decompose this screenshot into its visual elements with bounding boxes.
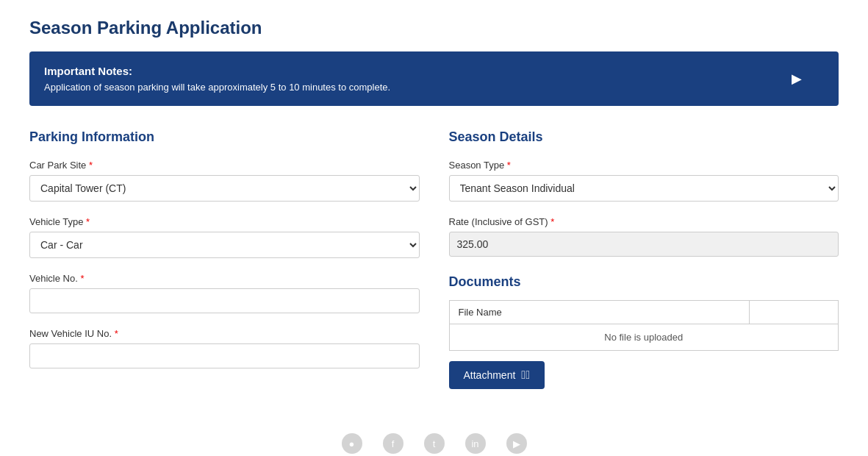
car-park-site-field: Car Park Site * Capital Tower (CT) Other… xyxy=(29,160,420,202)
banner-heading: Important Notes: xyxy=(44,65,390,77)
documents-section: Documents File Name No file is uploaded xyxy=(449,274,839,389)
new-vehicle-iu-label: New Vehicle IU No. * xyxy=(29,328,420,339)
file-name-column-header: File Name xyxy=(449,301,749,324)
footer-social-icons: ● f t in ▶ xyxy=(29,433,839,454)
season-details-section: Season Details Season Type * Tenant Seas… xyxy=(449,129,839,389)
car-park-site-select[interactable]: Capital Tower (CT) Other Site xyxy=(29,175,420,202)
attachment-label: Attachment xyxy=(464,369,516,381)
banner-content: Important Notes: Application of season p… xyxy=(44,65,390,93)
vehicle-type-select[interactable]: Car - Car Motorcycle Van xyxy=(29,232,420,258)
banner-expand-icon[interactable]: ▶ xyxy=(792,71,802,87)
vehicle-no-input[interactable] xyxy=(29,288,420,313)
parking-information-section: Parking Information Car Park Site * Capi… xyxy=(29,129,420,389)
season-type-label: Season Type * xyxy=(449,160,839,171)
page-title: Season Parking Application xyxy=(29,18,839,38)
attachment-button[interactable]: Attachment ⬆⃝ xyxy=(449,361,545,389)
parking-info-title: Parking Information xyxy=(29,129,420,145)
new-vehicle-iu-field: New Vehicle IU No. * xyxy=(29,328,420,368)
upload-icon: ⬆⃝ xyxy=(521,368,530,382)
vehicle-type-label: Vehicle Type * xyxy=(29,216,420,227)
vehicle-no-label: Vehicle No. * xyxy=(29,273,420,284)
vehicle-no-field: Vehicle No. * xyxy=(29,273,420,313)
important-notes-banner: Important Notes: Application of season p… xyxy=(29,51,839,106)
car-park-site-label: Car Park Site * xyxy=(29,160,420,171)
linkedin-icon: in xyxy=(465,433,486,454)
table-row: No file is uploaded xyxy=(449,324,839,351)
table-header-row: File Name xyxy=(449,301,839,324)
instagram-icon: ● xyxy=(342,433,362,454)
rate-field: Rate (Inclusive of GST) * 325.00 xyxy=(449,216,839,257)
banner-body: Application of season parking will take … xyxy=(44,82,390,93)
new-vehicle-iu-input[interactable] xyxy=(29,343,420,368)
documents-title: Documents xyxy=(449,274,839,290)
twitter-icon: t xyxy=(424,433,445,454)
vehicle-type-field: Vehicle Type * Car - Car Motorcycle Van xyxy=(29,216,420,258)
action-column-header xyxy=(749,301,838,324)
documents-table: File Name No file is uploaded xyxy=(449,300,839,351)
season-type-select[interactable]: Tenant Season Individual Monthly Annual xyxy=(449,175,839,202)
season-details-title: Season Details xyxy=(449,129,839,145)
rate-label: Rate (Inclusive of GST) * xyxy=(449,216,839,227)
rate-value: 325.00 xyxy=(449,232,839,257)
facebook-icon: f xyxy=(383,433,403,454)
youtube-icon: ▶ xyxy=(506,433,527,454)
no-file-message: No file is uploaded xyxy=(449,324,839,351)
season-type-field: Season Type * Tenant Season Individual M… xyxy=(449,160,839,202)
